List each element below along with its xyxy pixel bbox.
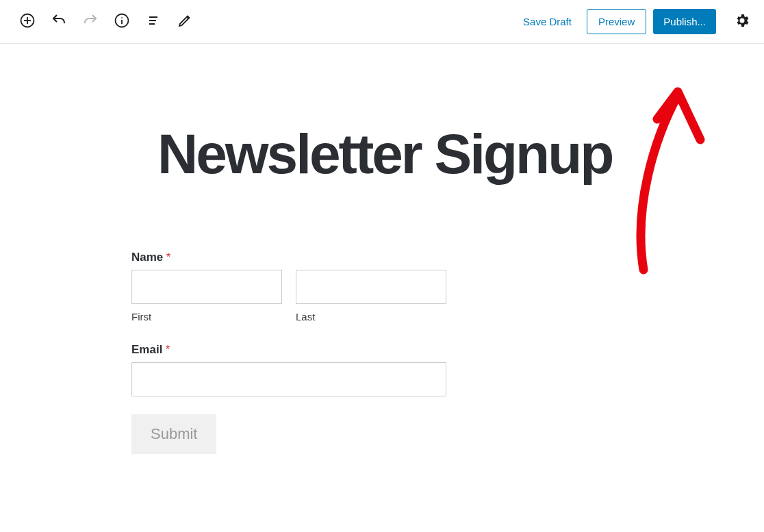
first-name-column: First: [131, 270, 282, 322]
undo-icon: [51, 12, 67, 31]
publish-button[interactable]: Publish...: [653, 9, 716, 34]
editor-canvas: Newsletter Signup Name * First Last Emai…: [0, 44, 764, 454]
last-sublabel: Last: [296, 311, 446, 322]
save-draft-button[interactable]: Save Draft: [515, 16, 580, 27]
required-asterisk: *: [166, 251, 171, 264]
submit-button[interactable]: Submit: [131, 414, 216, 454]
name-label: Name: [131, 251, 163, 264]
add-block-button[interactable]: [14, 8, 41, 36]
page-title[interactable]: Newsletter Signup: [157, 126, 764, 182]
block-nav-button[interactable]: [140, 8, 167, 36]
edit-button[interactable]: [171, 8, 199, 36]
info-icon: [114, 12, 130, 31]
preview-button[interactable]: Preview: [587, 9, 646, 34]
toolbar-left-group: [14, 8, 199, 36]
email-field-group: Email *: [131, 343, 446, 396]
content-info-button[interactable]: [108, 8, 136, 36]
add-icon: [19, 12, 36, 31]
last-name-column: Last: [296, 270, 446, 322]
required-asterisk: *: [166, 343, 170, 356]
first-sublabel: First: [131, 311, 282, 322]
form-block: Name * First Last Email * Submit: [131, 251, 446, 454]
email-input[interactable]: [131, 362, 446, 396]
outline-icon: [145, 12, 162, 31]
name-field-group: Name * First Last: [131, 251, 446, 322]
redo-icon: [82, 12, 99, 31]
gear-icon: [734, 12, 750, 31]
last-name-input[interactable]: [296, 270, 446, 304]
email-label: Email: [131, 343, 162, 356]
toolbar-right-group: Save Draft Preview Publish...: [515, 8, 756, 36]
edit-icon: [177, 12, 193, 31]
settings-button[interactable]: [728, 8, 756, 36]
undo-button[interactable]: [45, 8, 73, 36]
name-inputs-row: First Last: [131, 270, 446, 322]
first-name-input[interactable]: [131, 270, 282, 304]
editor-toolbar: Save Draft Preview Publish...: [0, 0, 764, 44]
redo-button[interactable]: [77, 8, 104, 36]
